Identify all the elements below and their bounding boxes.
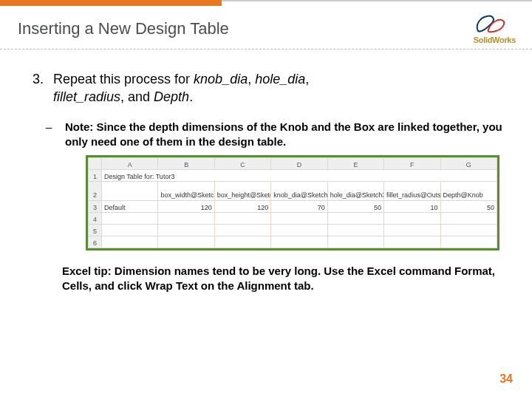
step-text: Repeat this process for knob_dia, hole_d… [53,70,502,106]
tip-label: Excel tip: [62,265,112,277]
comma-1: , [248,72,255,86]
note-body: Note: Since the depth dimensions of the … [65,120,502,150]
slide-content: 3. Repeat this process for knob_dia, hol… [0,50,532,294]
step-3: 3. Repeat this process for knob_dia, hol… [33,70,502,106]
dim-knob: knob_dia [194,72,248,86]
corner-cell [89,158,102,170]
col-C: C [214,158,270,170]
brand-logo: SolidWorks [474,12,516,44]
h2-A [102,182,158,201]
col-A: A [102,158,158,170]
table-row: 1 Design Table for: Tutor3 [89,170,497,182]
comma-2: , [305,72,309,86]
note-line: – Note: Since the depth dimensions of th… [33,120,502,150]
r3-B: 120 [158,201,214,213]
r3-A: Default [102,201,158,213]
h2-F: fillet_radius@Outside_corners [384,182,440,201]
row-4-head: 4 [89,213,102,225]
col-G: G [440,158,497,170]
r3-C: 120 [214,201,270,213]
dim-depth: Depth [154,89,189,104]
ds-logo-icon [474,12,506,34]
row-6-head: 6 [89,236,102,248]
h2-D: knob_dia@Sketch2 [271,182,327,201]
step-prefix: Repeat this process for [53,72,194,86]
table-row: 2 box_width@Sketch1 box_height@Sketch1 k… [89,182,497,201]
h2-C: box_height@Sketch1 [214,182,270,201]
step-number: 3. [33,70,53,106]
design-table: A B C D E F G 1 Design Table for: Tutor3… [86,155,499,250]
table-row: 4 [89,213,497,225]
accent-bar [0,0,222,6]
col-E: E [327,158,383,170]
table-row: 6 [89,236,497,248]
table-row: 3 Default 120 120 70 50 10 50 [89,201,497,213]
row-1-head: 1 [89,170,102,182]
col-header-row: A B C D E F G [89,158,497,170]
excel-tip: Excel tip: Dimension names tend to be ve… [62,264,502,294]
table-title-cell: Design Table for: Tutor3 [102,170,497,182]
table-row: 5 [89,225,497,236]
top-grey-bar [222,0,532,1]
r3-F: 10 [384,201,440,213]
h2-B: box_width@Sketch1 [158,182,214,201]
page-number: 34 [499,372,513,386]
comma-3: , and [120,89,154,104]
row-5-head: 5 [89,225,102,236]
brand-text-b: Works [492,35,516,44]
r3-G: 50 [440,201,497,213]
tip-text: Dimension names tend to be very long. Us… [62,265,495,292]
dim-hole: hole_dia [255,72,305,86]
row-3-head: 3 [89,201,102,213]
dim-fillet: fillet_radius [53,89,120,104]
r3-D: 70 [271,201,327,213]
h2-E: hole_dia@Sketch3 [327,182,383,201]
note-label: Note: [65,120,93,133]
h2-G: Depth@Knob [440,182,497,201]
period: . [189,89,193,104]
page-title: Inserting a New Design Table [0,0,532,49]
note-bullet: – [33,120,65,150]
brand-text-a: Solid [474,35,492,44]
col-D: D [271,158,327,170]
note-text: Since the depth dimensions of the Knob a… [65,120,502,148]
col-F: F [384,158,440,170]
row-2-head: 2 [89,182,102,201]
col-B: B [158,158,214,170]
r3-E: 50 [327,201,383,213]
